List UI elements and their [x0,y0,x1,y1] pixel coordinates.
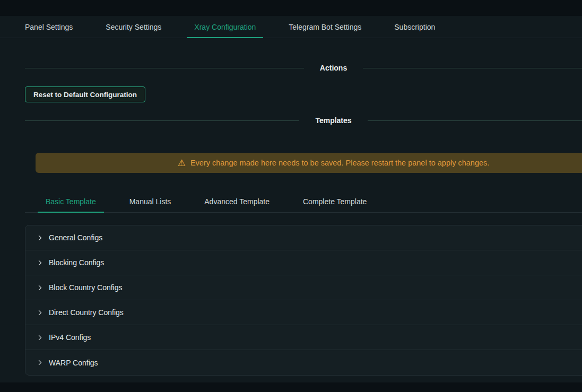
chevron-right-icon [37,285,43,291]
collapse-header-label: Direct Country Configs [49,308,124,317]
chevron-right-icon [37,335,43,341]
actions-divider: Actions [25,62,582,74]
divider-line [368,120,582,121]
actions-divider-label: Actions [320,64,347,72]
tab-complete-template[interactable]: Complete Template [295,190,375,212]
tab-panel-settings[interactable]: Panel Settings [18,16,80,38]
chevron-right-icon [37,260,43,266]
divider-line [25,120,299,121]
collapse-header-general-configs[interactable]: General Configs [25,225,582,250]
tab-security-settings[interactable]: Security Settings [98,16,169,38]
configs-accordion: General Configs Blocking Configs Block C… [25,225,582,376]
templates-divider-label: Templates [315,116,351,125]
chevron-right-icon [37,235,43,241]
collapse-header-label: General Configs [49,233,102,242]
template-tab-bar: Basic Template Manual Lists Advanced Tem… [25,190,582,213]
collapse-header-ipv4-configs[interactable]: IPv4 Configs [25,325,582,350]
collapse-header-block-country-configs[interactable]: Block Country Configs [25,275,582,300]
reset-to-default-configuration-button[interactable]: Reset to Default Configuration [25,86,145,102]
collapse-header-label: Blocking Configs [49,258,104,267]
templates-divider: Templates [25,115,582,126]
tab-basic-template[interactable]: Basic Template [38,190,104,212]
tab-subscription[interactable]: Subscription [387,16,442,38]
xray-configuration-panel: Actions Reset to Default Configuration T… [25,62,582,376]
tab-manual-lists[interactable]: Manual Lists [121,190,179,212]
settings-tab-bar: Panel Settings Security Settings Xray Co… [0,16,582,38]
chevron-right-icon [37,310,43,316]
divider-line [363,68,582,68]
collapse-header-label: WARP Configs [49,359,98,367]
tab-xray-configuration[interactable]: Xray Configuration [187,16,263,38]
collapse-header-label: Block Country Configs [49,283,123,292]
chevron-right-icon [37,360,43,365]
collapse-header-blocking-configs[interactable]: Blocking Configs [25,250,582,275]
tab-advanced-template[interactable]: Advanced Template [196,190,277,212]
collapse-header-direct-country-configs[interactable]: Direct Country Configs [25,300,582,325]
restart-warning-text: Every change made here needs to be saved… [190,159,489,167]
settings-card: Panel Settings Security Settings Xray Co… [0,16,582,382]
divider-line [25,68,304,68]
restart-warning-alert: ⚠ Every change made here needs to be sav… [36,153,582,173]
warning-triangle-icon: ⚠ [178,159,186,168]
collapse-header-warp-configs[interactable]: WARP Configs [25,350,582,375]
tab-telegram-bot-settings[interactable]: Telegram Bot Settings [281,16,369,38]
collapse-header-label: IPv4 Configs [49,333,91,342]
